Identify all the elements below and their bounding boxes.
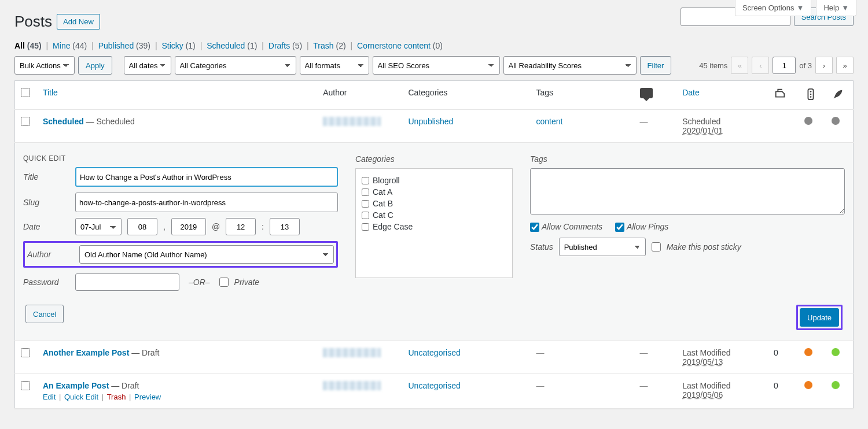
row-checkbox[interactable] — [21, 117, 30, 126]
sticky-checkbox[interactable] — [652, 242, 661, 252]
pagination: 45 items « ‹ of 3 › » — [699, 57, 854, 74]
screen-options-tab[interactable]: Screen Options▼ — [735, 0, 811, 16]
post-title-link[interactable]: Scheduled — [43, 117, 84, 126]
column-title[interactable]: Title — [43, 88, 58, 97]
filter-published[interactable]: Published (39) — [98, 41, 150, 50]
column-seo — [799, 81, 826, 110]
help-tab[interactable]: Help▼ — [816, 0, 856, 16]
allow-comments-checkbox[interactable] — [530, 223, 539, 232]
last-page-button[interactable]: » — [836, 57, 854, 74]
row-checkbox[interactable] — [21, 381, 30, 390]
page-title: Posts — [14, 13, 52, 31]
readability-dot — [832, 381, 840, 389]
quick-edit-hour-input[interactable] — [226, 218, 256, 235]
filter-all[interactable]: All (45) — [14, 41, 42, 50]
quick-edit-title-input[interactable] — [75, 167, 338, 187]
filter-scheduled[interactable]: Scheduled (1) — [207, 41, 257, 50]
allow-pings-checkbox[interactable] — [615, 223, 624, 232]
first-page-button[interactable]: « — [731, 57, 748, 74]
preview-link[interactable]: Preview — [134, 393, 161, 401]
quick-edit-link[interactable]: Quick Edit — [64, 393, 98, 401]
filter-sticky[interactable]: Sticky (1) — [161, 41, 195, 50]
category-link[interactable]: Unpublished — [409, 117, 454, 126]
quick-edit-update-button[interactable]: Update — [800, 308, 839, 327]
table-row: Scheduled — Scheduled Unpublished conten… — [15, 110, 854, 143]
trash-link[interactable]: Trash — [107, 393, 126, 401]
post-status-filters: All (45) | Mine (44) | Published (39) | … — [14, 41, 854, 50]
quick-edit-tags-textarea[interactable] — [530, 168, 845, 214]
feather-icon — [832, 88, 844, 101]
column-links — [768, 81, 799, 110]
seo-filter-select[interactable]: All SEO Scores — [373, 56, 500, 75]
quick-edit-cancel-button[interactable]: Cancel — [25, 305, 64, 323]
cat-checkbox[interactable] — [362, 177, 369, 184]
column-tags: Tags — [531, 81, 634, 110]
table-row: An Example Post — Draft Edit | Quick Edi… — [15, 374, 854, 409]
filter-drafts[interactable]: Drafts (5) — [269, 41, 302, 50]
readability-dot — [832, 348, 840, 356]
svg-point-3 — [810, 96, 811, 98]
quick-edit-day-input[interactable] — [127, 218, 157, 235]
quick-edit-author-select[interactable]: Old Author Name (Old Author Name) — [79, 245, 334, 264]
edit-link[interactable]: Edit — [43, 393, 56, 401]
svg-point-1 — [810, 91, 811, 93]
category-link[interactable]: Uncategorised — [409, 381, 461, 390]
post-state: — Draft — [111, 381, 139, 390]
of-pages: of 3 — [799, 61, 812, 70]
row-checkbox[interactable] — [21, 348, 30, 357]
cat-checkbox[interactable] — [362, 188, 369, 196]
post-title-link[interactable]: An Example Post — [43, 381, 109, 390]
quick-edit-status-select[interactable]: Published — [559, 238, 646, 256]
cat-checkbox[interactable] — [362, 223, 369, 231]
dates-filter-select[interactable]: All dates — [124, 56, 171, 75]
tag-link[interactable]: content — [536, 117, 563, 126]
column-categories: Categories — [403, 81, 531, 110]
readability-dot — [832, 117, 840, 125]
quick-edit-minute-input[interactable] — [270, 218, 300, 235]
filter-mine[interactable]: Mine (44) — [53, 41, 87, 50]
post-title-link[interactable]: Another Example Post — [43, 348, 129, 357]
quick-edit-slug-input[interactable] — [75, 193, 338, 212]
quick-edit-month-select[interactable]: 07-Jul — [75, 218, 122, 235]
select-all-checkbox[interactable] — [21, 88, 30, 97]
column-readability — [826, 81, 853, 110]
seo-dot — [804, 117, 812, 125]
quick-edit-row: QUICK EDIT Title Slug Date — [15, 143, 854, 341]
row-actions: Edit | Quick Edit | Trash | Preview — [43, 393, 311, 401]
post-state: — Scheduled — [86, 117, 135, 126]
post-state: — Draft — [131, 348, 159, 357]
links-icon — [774, 88, 786, 101]
quick-edit-categories-box[interactable]: Blogroll Cat A Cat B Cat C Edge Case — [355, 168, 513, 278]
quick-edit-password-input[interactable] — [75, 273, 179, 291]
quick-edit-private-checkbox[interactable] — [219, 278, 229, 287]
cat-checkbox[interactable] — [362, 200, 369, 208]
filter-trash[interactable]: Trash (2) — [313, 41, 345, 50]
svg-point-2 — [810, 94, 811, 95]
seo-dot — [804, 381, 812, 389]
category-link[interactable]: Uncategorised — [409, 348, 461, 357]
column-comments — [634, 81, 677, 110]
cat-checkbox[interactable] — [362, 212, 369, 219]
column-date[interactable]: Date — [682, 88, 700, 97]
category-filter-select[interactable]: All Categories — [175, 56, 296, 75]
filter-cornerstone[interactable]: Cornerstone content (0) — [357, 41, 443, 50]
seo-dot — [804, 348, 812, 356]
items-count: 45 items — [699, 61, 727, 70]
traffic-light-icon — [804, 88, 817, 101]
readability-filter-select[interactable]: All Readability Scores — [503, 56, 637, 75]
quick-edit-heading: QUICK EDIT — [23, 154, 338, 162]
filter-button[interactable]: Filter — [640, 56, 672, 75]
current-page-input[interactable] — [773, 57, 796, 74]
quick-edit-year-input[interactable] — [171, 218, 206, 235]
table-row: Another Example Post — Draft Uncategoris… — [15, 341, 854, 374]
add-new-button[interactable]: Add New — [57, 14, 100, 29]
apply-button[interactable]: Apply — [78, 56, 112, 75]
next-page-button[interactable]: › — [815, 57, 833, 74]
author-blurred — [323, 117, 381, 126]
format-filter-select[interactable]: All formats — [300, 56, 369, 75]
prev-page-button[interactable]: ‹ — [752, 57, 769, 74]
comment-icon — [640, 88, 653, 98]
bulk-actions-select[interactable]: Bulk Actions — [14, 56, 75, 75]
column-author: Author — [317, 81, 402, 110]
author-blurred — [323, 381, 381, 390]
